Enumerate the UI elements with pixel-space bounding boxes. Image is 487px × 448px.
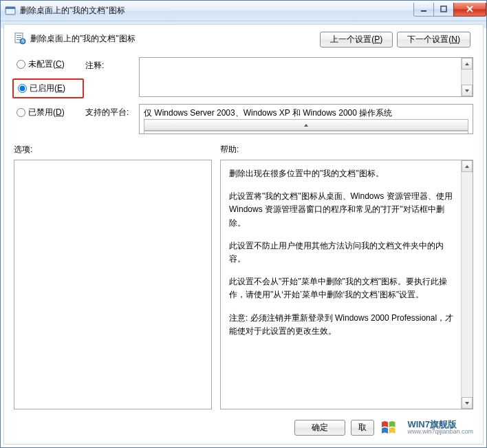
radio-disabled-input[interactable] (17, 108, 25, 117)
radio-disabled-label: 已禁用(D) (28, 107, 65, 118)
scroll-down-icon[interactable] (462, 85, 473, 96)
platform-box: 仅 Windows Server 2003、Windows XP 和 Windo… (139, 104, 473, 134)
options-panel (14, 160, 212, 409)
help-para: 此设置将"我的文档"图标从桌面、Windows 资源管理器、使用 Windows… (229, 190, 457, 230)
prev-prefix: 上一个设置( (330, 34, 374, 44)
prev-suffix: ) (380, 34, 382, 44)
radio-enabled[interactable]: 已启用(E) (12, 78, 84, 98)
help-para: 此设置不会从"开始"菜单中删除"我的文档"图标。要执行此操作，请使用"从‘开始’… (229, 275, 457, 301)
radio-not-configured-input[interactable] (17, 60, 25, 69)
maximize-button[interactable] (433, 3, 454, 17)
section-labels: 选项: 帮助: (14, 144, 473, 156)
radio-enabled-input[interactable] (18, 84, 27, 93)
next-suffix: ) (457, 34, 460, 44)
svg-rect-1 (6, 7, 15, 9)
state-radio-group: 未配置(C) 已启用(E) 已禁用(D) (14, 57, 83, 120)
windows-flag-icon (380, 418, 404, 437)
help-scrollbar[interactable] (461, 160, 473, 409)
next-key: N (451, 34, 457, 44)
ok-button[interactable]: 确定 (294, 420, 345, 436)
radio-enabled-label: 已启用(E) (30, 83, 65, 94)
header-row: 删除桌面上的"我的文档"图标 上一个设置(P) 下一个设置(N) (14, 32, 473, 47)
nav-buttons: 上一个设置(P) 下一个设置(N) (320, 32, 470, 47)
scroll-down-icon[interactable] (144, 131, 468, 134)
scroll-up-icon[interactable] (462, 160, 473, 172)
close-button[interactable] (453, 3, 486, 17)
radio-disabled[interactable]: 已禁用(D) (14, 105, 83, 120)
radio-not-configured-label: 未配置(C) (28, 58, 65, 70)
comment-label: 注释: (85, 57, 136, 72)
help-para: 此设置不防止用户使用其他方法访问我的文档文件夹中的内容。 (229, 239, 457, 266)
app-icon (5, 6, 16, 17)
svg-rect-2 (421, 10, 426, 12)
svg-rect-3 (441, 6, 446, 12)
minimize-button[interactable] (413, 3, 434, 17)
radio-not-configured[interactable]: 未配置(C) (14, 57, 83, 72)
svg-rect-5 (17, 35, 21, 36)
upper-grid: 未配置(C) 已启用(E) 已禁用(D) 注释: (14, 57, 473, 134)
policy-heading: 删除桌面上的"我的文档"图标 (30, 32, 320, 45)
cancel-button[interactable]: 取 (351, 420, 374, 436)
brand-watermark: WIN7旗舰版 www.win7qijianban.com (380, 418, 473, 437)
comment-scrollbar[interactable] (461, 58, 473, 96)
next-prefix: 下一个设置( (407, 34, 451, 44)
window-title: 删除桌面上的"我的文档"图标 (20, 5, 414, 17)
lower-grid: 删除出现在很多位置中的"我的文档"图标。 此设置将"我的文档"图标从桌面、Win… (14, 160, 473, 409)
help-para: 注意: 必须注销并重新登录到 Windows 2000 Professional… (229, 312, 457, 338)
scroll-up-icon[interactable] (144, 119, 468, 131)
help-para: 删除出现在很多位置中的"我的文档"图标。 (229, 167, 457, 180)
help-panel: 删除出现在很多位置中的"我的文档"图标。 此设置将"我的文档"图标从桌面、Win… (220, 160, 473, 409)
previous-setting-button[interactable]: 上一个设置(P) (320, 32, 393, 47)
policy-icon (14, 32, 26, 45)
platform-label: 支持的平台: (85, 104, 136, 118)
scroll-down-icon[interactable] (462, 397, 473, 409)
svg-rect-7 (17, 39, 20, 40)
policy-editor-window: 删除桌面上的"我的文档"图标 (0, 0, 487, 448)
options-label: 选项: (14, 144, 220, 156)
titlebar: 删除桌面上的"我的文档"图标 (1, 1, 486, 21)
comment-textarea[interactable] (139, 57, 473, 97)
client-area: 删除桌面上的"我的文档"图标 上一个设置(P) 下一个设置(N) 未配置(C) (3, 24, 484, 445)
next-setting-button[interactable]: 下一个设置(N) (397, 32, 470, 47)
platform-scrollbar[interactable] (144, 119, 468, 134)
footer: 确定 取 WIN7旗舰版 www.win7qijianban.com (294, 418, 473, 437)
help-label: 帮助: (220, 144, 473, 156)
brand-subtext: www.win7qijianban.com (407, 429, 473, 435)
scroll-up-icon[interactable] (462, 58, 473, 70)
platform-text: 仅 Windows Server 2003、Windows XP 和 Windo… (144, 108, 392, 118)
svg-rect-6 (17, 37, 21, 38)
window-controls (414, 3, 486, 17)
